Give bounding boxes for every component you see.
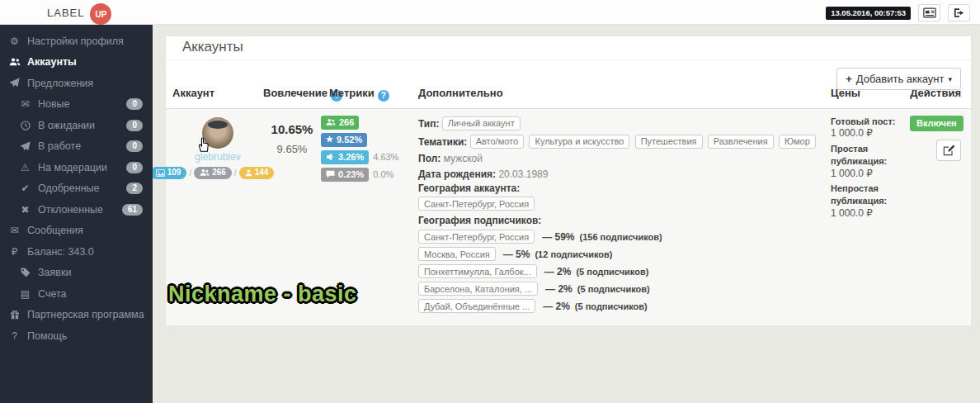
- column-header-metrics-label: Метрики: [329, 87, 375, 99]
- photos-count: 109: [167, 168, 181, 177]
- page-title: Аккаунты: [166, 36, 971, 60]
- paper-plane-icon: [19, 141, 31, 152]
- sidebar-item-label: На модерации: [38, 162, 107, 173]
- sidebar-item-label: Отклоненные: [38, 204, 103, 216]
- followers-geo-label: География подписчиков:: [418, 215, 541, 226]
- sidebar-item-help[interactable]: ? Помощь: [0, 325, 153, 347]
- sidebar-item-pending[interactable]: В ожидании 0: [0, 115, 153, 136]
- users-icon: [326, 118, 336, 126]
- column-header-extra: Дополнительно: [410, 87, 831, 102]
- envelope-icon: ✉: [19, 98, 31, 110]
- newspaper-icon: [923, 7, 936, 18]
- image-icon: [156, 169, 165, 177]
- topic-tag: Развлечения: [708, 135, 774, 149]
- warning-icon: ⚠: [19, 162, 31, 173]
- geo-share: — 2%: [545, 283, 572, 295]
- geo-tag: Дубай, Объединённые ...: [418, 299, 535, 313]
- geo-share: — 59%: [542, 231, 574, 243]
- users-icon: [8, 57, 21, 67]
- price-value: 1 000.0 ₽: [831, 207, 910, 220]
- sidebar-item-label: Сообщения: [27, 225, 83, 236]
- sidebar-item-approved[interactable]: ✔ Одобренные 2: [0, 178, 153, 200]
- gender-value: мужской: [444, 153, 483, 164]
- price-label: Готовый пост:: [831, 116, 910, 128]
- sidebar-item-label: Заявки: [38, 267, 71, 278]
- cross-icon: ✖: [19, 204, 31, 216]
- birthdate-value: 20.03.1989: [498, 168, 548, 180]
- sidebar-item-label: В работе: [38, 140, 81, 152]
- sidebar-item-offers[interactable]: Предложения: [0, 73, 153, 94]
- photos-count-pill: 109: [150, 167, 187, 179]
- count-badge: 61: [122, 204, 143, 216]
- gift-icon: [8, 310, 21, 320]
- sidebar-item-label: Помощь: [27, 330, 67, 342]
- likes-metric-badge: ★ 9.52%: [321, 133, 367, 147]
- status-badge[interactable]: Включен: [910, 116, 964, 131]
- followers-count-pill: 266: [194, 167, 232, 179]
- geo-count: (5 подписчиков): [576, 267, 648, 277]
- metrics-help-icon[interactable]: ?: [378, 90, 389, 102]
- count-badge: 0: [126, 98, 143, 110]
- sidebar-item-invoices[interactable]: ▤ Счета: [0, 283, 153, 305]
- sidebar-item-partner-program[interactable]: Партнерская программа: [0, 305, 153, 326]
- sidebar-item-new[interactable]: ✉ Новые 0: [0, 94, 153, 116]
- logo-text: LABEL: [47, 7, 84, 19]
- logo-up-badge: UP: [90, 3, 111, 25]
- check-icon: ✔: [19, 183, 31, 194]
- price-value: 1 000.0 ₽: [831, 168, 910, 181]
- gear-icon: ⚙: [8, 36, 21, 47]
- add-account-button[interactable]: + Добавить аккаунт ▾: [836, 68, 961, 90]
- sidebar-item-label: Новые: [38, 98, 70, 110]
- topic-tag: Путешествия: [635, 135, 703, 149]
- question-icon: ?: [8, 330, 21, 342]
- count-badge: 2: [126, 183, 143, 194]
- geo-tag: Понхеттимулла, Галбок...: [418, 264, 537, 278]
- sidebar-item-requests[interactable]: Заявки: [0, 263, 153, 284]
- sidebar-item-accounts[interactable]: Аккаунты: [0, 52, 153, 73]
- account-counters: 109 / 266 / 144: [161, 167, 263, 179]
- topic-tag: Юмор: [779, 135, 816, 149]
- sidebar-item-moderation[interactable]: ⚠ На модерации 0: [0, 157, 153, 178]
- account-geo-label: География аккаунта:: [418, 183, 520, 194]
- sidebar-item-balance[interactable]: ₽ Баланс: 343.0: [0, 241, 153, 263]
- sidebar-item-rejected[interactable]: ✖ Отклоненные 61: [0, 199, 153, 220]
- topics-label: Тематики:: [418, 135, 467, 147]
- geo-tag: Барселона, Каталония, ...: [418, 282, 538, 296]
- sidebar-item-label: Настройки профиля: [27, 36, 124, 47]
- news-button[interactable]: [918, 4, 940, 21]
- top-bar: LABEL UP 13.05.2016, 00:57:53: [0, 0, 980, 25]
- tag-icon: [19, 268, 31, 277]
- geo-tag: Москва, Россия: [418, 247, 496, 261]
- edit-icon: [943, 145, 955, 156]
- sidebar-item-messages[interactable]: ✉ Сообщения: [0, 220, 153, 242]
- geo-count: (5 подписчиков): [577, 284, 650, 294]
- mouse-cursor-icon: [196, 136, 210, 153]
- gender-label: Пол:: [418, 153, 441, 164]
- chevron-down-icon: ▾: [948, 75, 952, 83]
- person-icon: [245, 169, 252, 177]
- logout-icon: [954, 7, 965, 18]
- prices-cell: Готовый пост: 1 000.0 ₽ Простая публикац…: [831, 116, 910, 316]
- engagement-primary: 10.65%: [263, 122, 321, 136]
- geo-count: (156 подписчиков): [579, 232, 662, 242]
- logout-button[interactable]: [948, 4, 970, 21]
- username-link[interactable]: glebrublev: [172, 151, 263, 163]
- account-geo-tag: Санкт-Петербург, Россия: [418, 197, 535, 211]
- sidebar-item-label: Счета: [38, 288, 66, 300]
- followers-geo-row: Дубай, Объединённые ... — 2% (5 подписчи…: [418, 298, 831, 314]
- followers-geo-row: Санкт-Петербург, Россия — 59% (156 подпи…: [418, 229, 831, 244]
- column-header-engagement-label: Вовлечение: [263, 87, 327, 99]
- subtitle-caption: Nickname - basic: [168, 282, 357, 307]
- accounts-panel: Аккаунты + Добавить аккаунт ▾ Аккаунт Во…: [165, 36, 972, 280]
- sidebar-item-in-progress[interactable]: В работе 0: [0, 136, 153, 158]
- followers-metric-badge: 266: [321, 116, 359, 130]
- count-badge: 0: [126, 140, 143, 152]
- edit-button[interactable]: [936, 140, 961, 161]
- sidebar-item-label: Аккаунты: [27, 56, 77, 68]
- birthdate-label: Дата рождения:: [418, 168, 496, 180]
- session-timestamp: 13.05.2016, 00:57:53: [826, 7, 911, 20]
- sidebar-item-profile-settings[interactable]: ⚙ Настройки профиля: [0, 31, 153, 52]
- sidebar-item-label: В ожидании: [38, 120, 95, 131]
- followers-geo-row: Понхеттимулла, Галбок... — 2% (5 подписч…: [418, 263, 831, 279]
- engagement-secondary: 9.65%: [263, 143, 321, 155]
